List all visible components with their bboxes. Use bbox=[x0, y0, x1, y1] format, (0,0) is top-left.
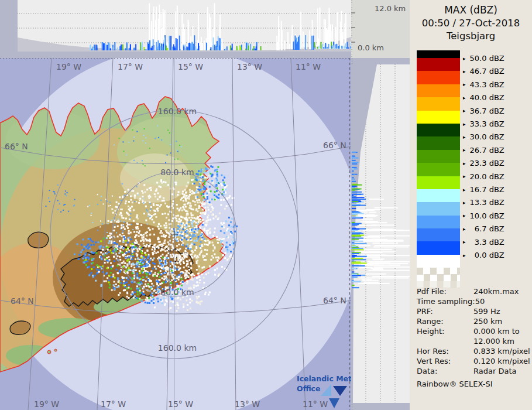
metadata-value: 599 Hz bbox=[473, 306, 500, 316]
metadata-row: Data:Radar Data bbox=[417, 366, 530, 376]
svg-text:17° W: 17° W bbox=[101, 399, 126, 409]
metadata-label: Pdf File: bbox=[417, 286, 473, 296]
tick-arrow-icon: ▸ bbox=[463, 94, 466, 100]
side-profile-canvas bbox=[351, 58, 410, 410]
metadata-row: Pdf File:240km.max bbox=[417, 286, 530, 296]
metadata-value: Radar Data bbox=[473, 366, 516, 376]
side-profile-panel bbox=[351, 58, 410, 410]
legend-label: ▸0.0 dBZ bbox=[463, 251, 504, 259]
map-canvas: 19° W17° W15° W13° W11° W19° W17° W15° W… bbox=[0, 58, 351, 410]
legend-label: ▸43.3 dBZ bbox=[463, 80, 504, 88]
tick-arrow-icon: ▸ bbox=[463, 239, 466, 245]
tick-arrow-icon: ▸ bbox=[463, 147, 466, 153]
legend-swatch bbox=[417, 150, 460, 163]
height-scale-min-label: 0.0 km bbox=[358, 43, 384, 52]
legend-swatch bbox=[417, 58, 460, 71]
svg-text:80.0 km: 80.0 km bbox=[160, 168, 194, 177]
radar-application-window: 19° W17° W15° W13° W11° W19° W17° W15° W… bbox=[0, 0, 532, 410]
svg-text:160.0 km: 160.0 km bbox=[158, 343, 197, 353]
metadata-value: 240km.max bbox=[473, 286, 519, 296]
height-scale: 12.0 km 0.0 km bbox=[351, 0, 410, 58]
svg-text:13° W: 13° W bbox=[237, 62, 262, 71]
tick-arrow-icon: ▸ bbox=[463, 121, 466, 127]
metadata-value: 0.833 km/pixel bbox=[473, 346, 530, 356]
legend-label: ▸36.7 dBZ bbox=[463, 106, 504, 115]
legend-swatch bbox=[417, 97, 460, 110]
top-profile-panel bbox=[0, 0, 351, 58]
tick-arrow-icon: ▸ bbox=[463, 226, 466, 231]
svg-text:17° W: 17° W bbox=[118, 62, 143, 71]
tick-arrow-icon: ▸ bbox=[463, 186, 466, 192]
metadata-value: 0.000 km to12.000 km bbox=[473, 326, 520, 346]
legend-label: ▸30.0 dBZ bbox=[463, 132, 504, 141]
tick-arrow-icon: ▸ bbox=[463, 81, 466, 87]
svg-text:80.0 km: 80.0 km bbox=[160, 288, 194, 297]
tick-arrow-icon: ▸ bbox=[463, 160, 466, 166]
legend-swatch bbox=[417, 71, 460, 84]
legend-label: ▸13.3 dBZ bbox=[463, 198, 504, 207]
svg-text:11° W: 11° W bbox=[296, 62, 321, 71]
tick-arrow-icon: ▸ bbox=[463, 213, 466, 218]
side-column: 12.0 km 0.0 km bbox=[351, 0, 410, 410]
svg-text:66° N: 66° N bbox=[323, 141, 346, 150]
legend-swatch bbox=[417, 136, 460, 149]
tick-arrow-icon: ▸ bbox=[463, 108, 466, 114]
tick-arrow-icon: ▸ bbox=[463, 173, 466, 179]
legend-label: ▸10.0 dBZ bbox=[463, 211, 504, 220]
timestamp: 00:50 / 27-Oct-2018 bbox=[410, 18, 532, 29]
legend-label: ▸6.7 dBZ bbox=[463, 224, 504, 233]
height-scale-max-label: 12.0 km bbox=[375, 4, 406, 13]
legend-label: ▸20.0 dBZ bbox=[463, 172, 504, 180]
legend-swatch bbox=[417, 84, 460, 97]
svg-text:19° W: 19° W bbox=[56, 62, 81, 71]
svg-text:19° W: 19° W bbox=[34, 399, 59, 409]
product-title: MAX (dBZ) bbox=[410, 4, 532, 16]
metadata-row: PRF:599 Hz bbox=[417, 306, 530, 316]
metadata-label: Height: bbox=[417, 326, 473, 346]
legend-swatch bbox=[417, 228, 460, 241]
tick-arrow-icon: ▸ bbox=[463, 55, 466, 61]
top-profile-canvas bbox=[0, 0, 351, 58]
site-name: Teigsbjarg bbox=[410, 30, 532, 42]
legend-swatch bbox=[417, 50, 460, 58]
tick-arrow-icon: ▸ bbox=[463, 68, 466, 74]
metadata-label: PRF: bbox=[417, 306, 473, 316]
svg-text:66° N: 66° N bbox=[5, 142, 28, 151]
left-column: 19° W17° W15° W13° W11° W19° W17° W15° W… bbox=[0, 0, 351, 410]
legend-label: ▸46.7 dBZ bbox=[463, 67, 504, 76]
svg-text:15° W: 15° W bbox=[178, 62, 203, 71]
svg-text:64° N: 64° N bbox=[323, 296, 346, 305]
metadata-label: Time sampling: bbox=[417, 296, 475, 306]
svg-text:Office: Office bbox=[297, 384, 320, 393]
tick-arrow-icon: ▸ bbox=[463, 199, 466, 205]
legend-label: ▸16.7 dBZ bbox=[463, 185, 504, 194]
legend-swatch bbox=[417, 124, 460, 136]
legend-label: ▸23.3 dBZ bbox=[463, 159, 504, 168]
brand-text: Rainbow® SELEX-SI bbox=[417, 379, 530, 389]
svg-text:Icelandic Met: Icelandic Met bbox=[297, 374, 351, 383]
sidebar: MAX (dBZ) 00:50 / 27-Oct-2018 Teigsbjarg… bbox=[410, 0, 532, 410]
legend-label: ▸3.3 dBZ bbox=[463, 237, 504, 246]
metadata-label: Range: bbox=[417, 316, 473, 326]
svg-text:13° W: 13° W bbox=[235, 399, 260, 409]
metadata-label: Data: bbox=[417, 366, 473, 376]
legend-label: ▸26.7 dBZ bbox=[463, 145, 504, 154]
legend-label: ▸50.0 dBZ bbox=[463, 54, 504, 63]
metadata-row: Hor Res:0.833 km/pixel bbox=[417, 346, 530, 356]
legend-label: ▸40.0 dBZ bbox=[463, 93, 504, 102]
svg-text:64° N: 64° N bbox=[11, 296, 34, 306]
metadata-value: 50 bbox=[475, 296, 485, 306]
svg-text:11° W: 11° W bbox=[303, 399, 328, 409]
legend-swatch bbox=[417, 176, 460, 189]
metadata-label: Hor Res: bbox=[417, 346, 473, 356]
metadata-row: Height:0.000 km to12.000 km bbox=[417, 326, 530, 346]
legend-swatch bbox=[417, 189, 460, 202]
legend-swatch bbox=[417, 216, 460, 228]
legend-below-scale bbox=[417, 255, 460, 268]
legend-label: ▸33.3 dBZ bbox=[463, 119, 504, 128]
legend-swatch bbox=[417, 163, 460, 176]
metadata-label: Vert Res: bbox=[417, 356, 473, 366]
metadata-value: 0.120 km/pixel bbox=[473, 356, 530, 366]
legend-swatch bbox=[417, 241, 460, 254]
main-map: 19° W17° W15° W13° W11° W19° W17° W15° W… bbox=[0, 58, 351, 410]
